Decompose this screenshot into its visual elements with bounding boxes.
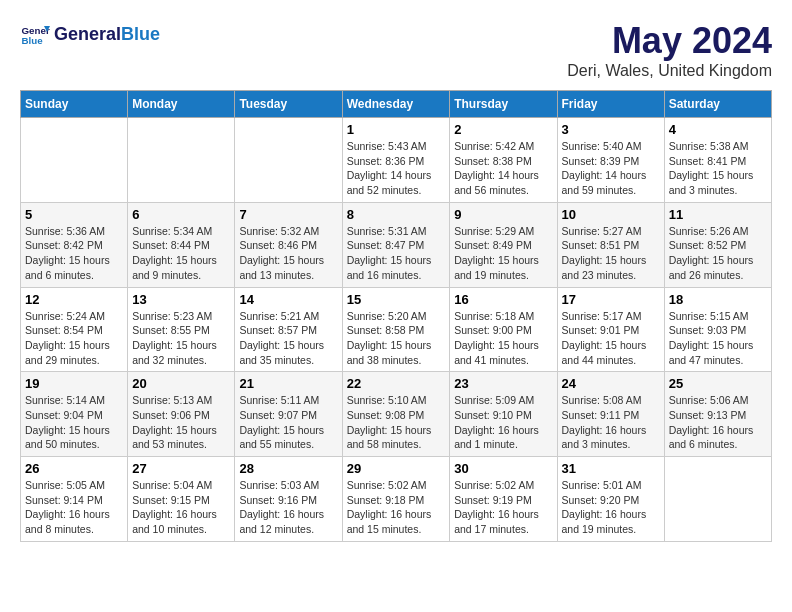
day-info: Sunrise: 5:31 AMSunset: 8:47 PMDaylight:… <box>347 224 446 283</box>
day-number: 13 <box>132 292 230 307</box>
day-info: Sunrise: 5:08 AMSunset: 9:11 PMDaylight:… <box>562 393 660 452</box>
day-number: 3 <box>562 122 660 137</box>
day-cell: 15Sunrise: 5:20 AMSunset: 8:58 PMDayligh… <box>342 287 450 372</box>
day-info: Sunrise: 5:23 AMSunset: 8:55 PMDaylight:… <box>132 309 230 368</box>
day-number: 29 <box>347 461 446 476</box>
day-number: 6 <box>132 207 230 222</box>
day-cell: 4Sunrise: 5:38 AMSunset: 8:41 PMDaylight… <box>664 118 771 203</box>
day-number: 17 <box>562 292 660 307</box>
day-info: Sunrise: 5:11 AMSunset: 9:07 PMDaylight:… <box>239 393 337 452</box>
day-info: Sunrise: 5:27 AMSunset: 8:51 PMDaylight:… <box>562 224 660 283</box>
day-info: Sunrise: 5:40 AMSunset: 8:39 PMDaylight:… <box>562 139 660 198</box>
day-cell <box>235 118 342 203</box>
logo-icon: General Blue <box>20 20 50 50</box>
day-cell <box>664 457 771 542</box>
week-row-5: 26Sunrise: 5:05 AMSunset: 9:14 PMDayligh… <box>21 457 772 542</box>
day-info: Sunrise: 5:21 AMSunset: 8:57 PMDaylight:… <box>239 309 337 368</box>
day-cell: 14Sunrise: 5:21 AMSunset: 8:57 PMDayligh… <box>235 287 342 372</box>
week-row-3: 12Sunrise: 5:24 AMSunset: 8:54 PMDayligh… <box>21 287 772 372</box>
day-info: Sunrise: 5:10 AMSunset: 9:08 PMDaylight:… <box>347 393 446 452</box>
day-cell: 16Sunrise: 5:18 AMSunset: 9:00 PMDayligh… <box>450 287 557 372</box>
header-cell-saturday: Saturday <box>664 91 771 118</box>
header-cell-friday: Friday <box>557 91 664 118</box>
day-number: 9 <box>454 207 552 222</box>
day-cell: 1Sunrise: 5:43 AMSunset: 8:36 PMDaylight… <box>342 118 450 203</box>
day-cell: 21Sunrise: 5:11 AMSunset: 9:07 PMDayligh… <box>235 372 342 457</box>
day-cell: 8Sunrise: 5:31 AMSunset: 8:47 PMDaylight… <box>342 202 450 287</box>
day-cell: 13Sunrise: 5:23 AMSunset: 8:55 PMDayligh… <box>128 287 235 372</box>
day-cell: 31Sunrise: 5:01 AMSunset: 9:20 PMDayligh… <box>557 457 664 542</box>
day-info: Sunrise: 5:36 AMSunset: 8:42 PMDaylight:… <box>25 224 123 283</box>
day-info: Sunrise: 5:06 AMSunset: 9:13 PMDaylight:… <box>669 393 767 452</box>
day-cell: 3Sunrise: 5:40 AMSunset: 8:39 PMDaylight… <box>557 118 664 203</box>
logo: General Blue GeneralBlue <box>20 20 160 50</box>
day-cell: 10Sunrise: 5:27 AMSunset: 8:51 PMDayligh… <box>557 202 664 287</box>
day-number: 20 <box>132 376 230 391</box>
calendar-body: 1Sunrise: 5:43 AMSunset: 8:36 PMDaylight… <box>21 118 772 542</box>
day-cell: 7Sunrise: 5:32 AMSunset: 8:46 PMDaylight… <box>235 202 342 287</box>
day-info: Sunrise: 5:14 AMSunset: 9:04 PMDaylight:… <box>25 393 123 452</box>
day-number: 8 <box>347 207 446 222</box>
day-info: Sunrise: 5:04 AMSunset: 9:15 PMDaylight:… <box>132 478 230 537</box>
calendar-table: SundayMondayTuesdayWednesdayThursdayFrid… <box>20 90 772 542</box>
day-cell: 19Sunrise: 5:14 AMSunset: 9:04 PMDayligh… <box>21 372 128 457</box>
day-number: 24 <box>562 376 660 391</box>
svg-text:Blue: Blue <box>22 35 44 46</box>
day-info: Sunrise: 5:32 AMSunset: 8:46 PMDaylight:… <box>239 224 337 283</box>
day-info: Sunrise: 5:05 AMSunset: 9:14 PMDaylight:… <box>25 478 123 537</box>
day-number: 18 <box>669 292 767 307</box>
day-cell: 12Sunrise: 5:24 AMSunset: 8:54 PMDayligh… <box>21 287 128 372</box>
day-cell: 26Sunrise: 5:05 AMSunset: 9:14 PMDayligh… <box>21 457 128 542</box>
day-info: Sunrise: 5:26 AMSunset: 8:52 PMDaylight:… <box>669 224 767 283</box>
day-info: Sunrise: 5:01 AMSunset: 9:20 PMDaylight:… <box>562 478 660 537</box>
day-number: 28 <box>239 461 337 476</box>
week-row-2: 5Sunrise: 5:36 AMSunset: 8:42 PMDaylight… <box>21 202 772 287</box>
day-number: 23 <box>454 376 552 391</box>
day-cell: 6Sunrise: 5:34 AMSunset: 8:44 PMDaylight… <box>128 202 235 287</box>
day-cell <box>21 118 128 203</box>
day-cell: 28Sunrise: 5:03 AMSunset: 9:16 PMDayligh… <box>235 457 342 542</box>
day-info: Sunrise: 5:03 AMSunset: 9:16 PMDaylight:… <box>239 478 337 537</box>
day-number: 2 <box>454 122 552 137</box>
day-cell: 5Sunrise: 5:36 AMSunset: 8:42 PMDaylight… <box>21 202 128 287</box>
day-cell: 17Sunrise: 5:17 AMSunset: 9:01 PMDayligh… <box>557 287 664 372</box>
day-info: Sunrise: 5:02 AMSunset: 9:19 PMDaylight:… <box>454 478 552 537</box>
day-number: 21 <box>239 376 337 391</box>
location: Deri, Wales, United Kingdom <box>567 62 772 80</box>
day-cell: 11Sunrise: 5:26 AMSunset: 8:52 PMDayligh… <box>664 202 771 287</box>
day-number: 25 <box>669 376 767 391</box>
day-info: Sunrise: 5:17 AMSunset: 9:01 PMDaylight:… <box>562 309 660 368</box>
day-cell: 20Sunrise: 5:13 AMSunset: 9:06 PMDayligh… <box>128 372 235 457</box>
day-number: 11 <box>669 207 767 222</box>
day-info: Sunrise: 5:13 AMSunset: 9:06 PMDaylight:… <box>132 393 230 452</box>
header-cell-thursday: Thursday <box>450 91 557 118</box>
month-title: May 2024 <box>567 20 772 62</box>
page-header: General Blue GeneralBlue May 2024 Deri, … <box>20 20 772 80</box>
day-cell <box>128 118 235 203</box>
header-cell-sunday: Sunday <box>21 91 128 118</box>
day-number: 15 <box>347 292 446 307</box>
day-info: Sunrise: 5:18 AMSunset: 9:00 PMDaylight:… <box>454 309 552 368</box>
day-info: Sunrise: 5:20 AMSunset: 8:58 PMDaylight:… <box>347 309 446 368</box>
day-cell: 18Sunrise: 5:15 AMSunset: 9:03 PMDayligh… <box>664 287 771 372</box>
day-number: 7 <box>239 207 337 222</box>
header-cell-wednesday: Wednesday <box>342 91 450 118</box>
day-info: Sunrise: 5:42 AMSunset: 8:38 PMDaylight:… <box>454 139 552 198</box>
day-cell: 29Sunrise: 5:02 AMSunset: 9:18 PMDayligh… <box>342 457 450 542</box>
week-row-1: 1Sunrise: 5:43 AMSunset: 8:36 PMDaylight… <box>21 118 772 203</box>
day-info: Sunrise: 5:24 AMSunset: 8:54 PMDaylight:… <box>25 309 123 368</box>
day-number: 30 <box>454 461 552 476</box>
day-info: Sunrise: 5:15 AMSunset: 9:03 PMDaylight:… <box>669 309 767 368</box>
day-number: 1 <box>347 122 446 137</box>
day-info: Sunrise: 5:38 AMSunset: 8:41 PMDaylight:… <box>669 139 767 198</box>
day-info: Sunrise: 5:34 AMSunset: 8:44 PMDaylight:… <box>132 224 230 283</box>
day-number: 10 <box>562 207 660 222</box>
calendar-header: SundayMondayTuesdayWednesdayThursdayFrid… <box>21 91 772 118</box>
header-cell-monday: Monday <box>128 91 235 118</box>
header-row: SundayMondayTuesdayWednesdayThursdayFrid… <box>21 91 772 118</box>
title-block: May 2024 Deri, Wales, United Kingdom <box>567 20 772 80</box>
day-cell: 23Sunrise: 5:09 AMSunset: 9:10 PMDayligh… <box>450 372 557 457</box>
logo-text-line1: GeneralBlue <box>54 25 160 45</box>
day-number: 26 <box>25 461 123 476</box>
day-number: 4 <box>669 122 767 137</box>
